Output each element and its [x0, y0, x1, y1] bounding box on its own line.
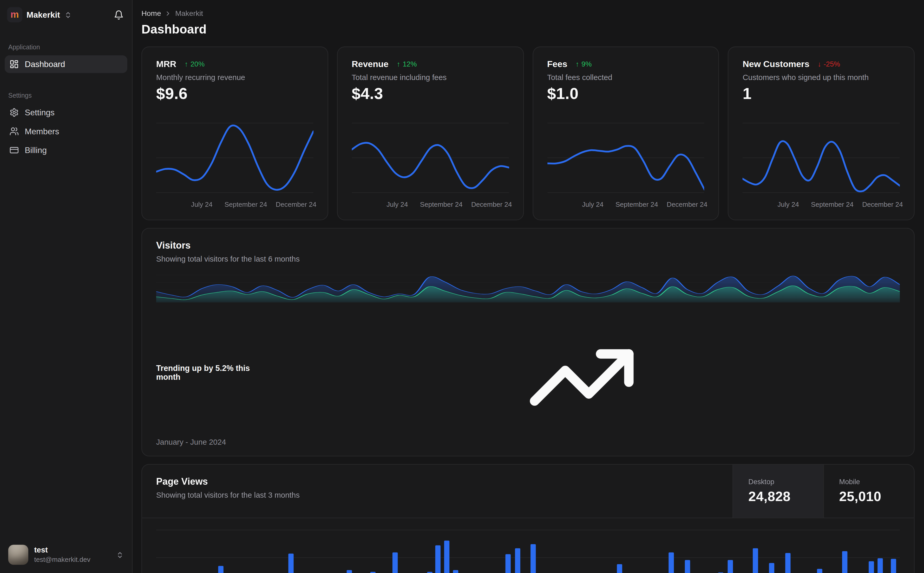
- axis-tick: September 24: [615, 201, 658, 208]
- users-icon: [9, 127, 19, 136]
- axis-tick: September 24: [420, 201, 463, 208]
- sidebar-section-application: Application: [8, 44, 132, 51]
- stat-value: $4.3: [351, 85, 509, 103]
- makerkit-logo: m: [7, 7, 22, 22]
- stat-subtitle: Monthly recurring revenue: [156, 73, 314, 82]
- axis-tick: December 24: [471, 201, 512, 208]
- sidebar-nav-application: Dashboard: [0, 55, 132, 73]
- sidebar-item-dashboard[interactable]: Dashboard: [5, 55, 127, 73]
- breadcrumb: Home Makerkit: [141, 8, 915, 19]
- axis-tick: July 24: [191, 201, 213, 208]
- page-title: Dashboard: [141, 21, 915, 38]
- trend-badge: ↑12%: [397, 60, 417, 68]
- visitors-title: Visitors: [156, 240, 900, 251]
- trend-badge: ↑20%: [185, 60, 204, 68]
- visitors-card: Visitors Showing total visitors for the …: [141, 228, 915, 456]
- sidebar-item-settings[interactable]: Settings: [5, 103, 127, 121]
- stat-subtitle: Customers who signed up this month: [743, 73, 900, 82]
- page-views-series-toggles: Desktop 24,828 Mobile 25,010: [733, 465, 914, 518]
- trend-badge: ↑9%: [576, 60, 591, 68]
- visitors-trend-text: Trending up by 5.2% this month: [156, 364, 259, 382]
- sidebar-item-billing[interactable]: Billing: [5, 141, 127, 159]
- workspace-switcher[interactable]: m Makerkit: [7, 7, 72, 22]
- stat-value: 1: [743, 85, 900, 103]
- toggle-desktop[interactable]: Desktop 24,828: [733, 465, 823, 518]
- fees-sparkline-chart: [547, 119, 704, 196]
- axis-tick: September 24: [811, 201, 853, 208]
- stat-subtitle: Total fees collected: [547, 73, 704, 82]
- revenue-sparkline-chart: [351, 119, 509, 196]
- toggle-mobile[interactable]: Mobile 25,010: [823, 465, 914, 518]
- trend-badge: ↓-25%: [818, 60, 840, 68]
- new-customers-sparkline-chart: [743, 119, 900, 196]
- sidebar: m Makerkit Application Dashboard Setting…: [0, 0, 133, 573]
- axis-tick: July 24: [386, 201, 408, 208]
- chevrons-up-down-icon: [116, 551, 124, 559]
- axis-tick: December 24: [276, 201, 317, 208]
- arrow-up-icon: ↑: [185, 60, 188, 68]
- stat-title: Revenue: [351, 59, 389, 69]
- page-views-card: Page Views Showing total visitors for th…: [141, 464, 915, 573]
- stat-title: MRR: [156, 59, 176, 69]
- sidebar-nav-settings: Settings Members Billing: [0, 103, 132, 159]
- visitors-subtitle: Showing total visitors for the last 6 mo…: [156, 254, 900, 263]
- chevrons-up-down-icon: [64, 11, 72, 19]
- axis-tick: September 24: [224, 201, 267, 208]
- arrow-up-icon: ↑: [576, 60, 579, 68]
- axis-tick: December 24: [862, 201, 903, 208]
- stat-cards-row: MRR ↑20% Monthly recurring revenue $9.6 …: [141, 47, 915, 220]
- sidebar-section-settings: Settings: [8, 92, 132, 99]
- gear-icon: [9, 108, 19, 117]
- stat-card-revenue: Revenue ↑12% Total revenue including fee…: [337, 47, 524, 220]
- axis-tick: December 24: [667, 201, 708, 208]
- visitors-area-chart: [156, 273, 900, 304]
- dashboard-icon: [9, 59, 19, 69]
- page-views-bar-chart: [156, 523, 900, 573]
- stat-value: $1.0: [547, 85, 704, 103]
- arrow-up-icon: ↑: [397, 60, 400, 68]
- stat-value: $9.6: [156, 85, 314, 103]
- page-views-subtitle: Showing total visitors for the last 3 mo…: [156, 491, 300, 499]
- credit-card-icon: [9, 146, 19, 155]
- user-email: test@makerkit.dev: [34, 555, 110, 564]
- sidebar-item-members[interactable]: Members: [5, 123, 127, 140]
- user-menu[interactable]: test test@makerkit.dev: [6, 542, 126, 567]
- bell-icon: [114, 9, 124, 20]
- visitors-range-text: January - June 2024: [156, 438, 900, 446]
- stat-title: New Customers: [743, 59, 809, 69]
- stat-card-new-customers: New Customers ↓-25% Customers who signed…: [728, 47, 915, 220]
- app-root: m Makerkit Application Dashboard Setting…: [0, 0, 924, 573]
- stat-subtitle: Total revenue including fees: [351, 73, 509, 82]
- stat-card-fees: Fees ↑9% Total fees collected $1.0 July …: [532, 47, 719, 220]
- stat-title: Fees: [547, 59, 567, 69]
- axis-tick: July 24: [582, 201, 604, 208]
- breadcrumb-home[interactable]: Home: [141, 9, 161, 17]
- chevron-right-icon: [165, 9, 171, 17]
- axis-tick: July 24: [777, 201, 799, 208]
- main-content: Home Makerkit Dashboard MRR ↑20% Monthly…: [133, 0, 924, 573]
- mrr-sparkline-chart: [156, 119, 314, 196]
- notifications-button[interactable]: [113, 9, 125, 21]
- trending-up-icon: [263, 321, 900, 434]
- breadcrumb-current: Makerkit: [175, 9, 203, 17]
- stat-card-mrr: MRR ↑20% Monthly recurring revenue $9.6 …: [141, 47, 328, 220]
- workspace-name: Makerkit: [27, 10, 60, 19]
- user-avatar: [8, 545, 28, 565]
- arrow-down-icon: ↓: [818, 60, 821, 68]
- user-name: test: [34, 545, 110, 555]
- page-views-title: Page Views: [156, 476, 300, 487]
